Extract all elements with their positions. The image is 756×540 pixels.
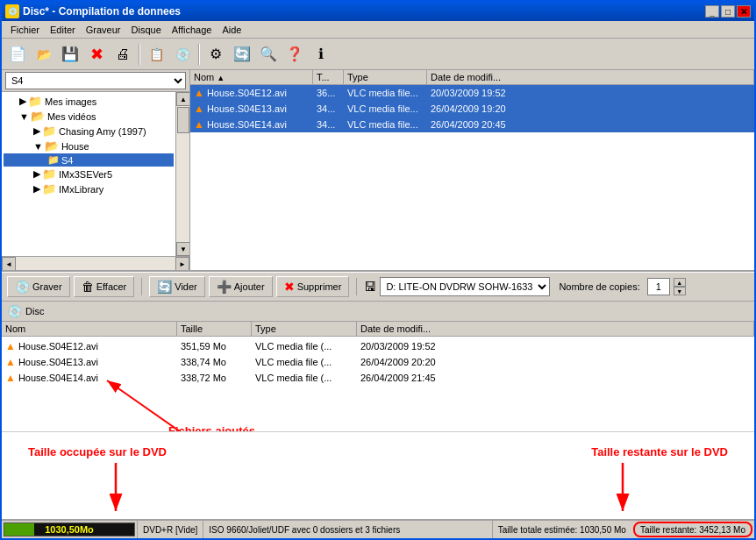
burn-name: ▲ House.S04E14.avi [2, 371, 177, 385]
burn-col-taille[interactable]: Taille [177, 322, 252, 336]
folder-expand-icon: ▼ [33, 141, 43, 152]
svg-line-1 [107, 380, 195, 431]
burn-col-date[interactable]: Date de modifi... [357, 322, 754, 336]
top-panel: S4 ▶ 📁 Mes images ▼ [2, 70, 754, 272]
burn-col-nom[interactable]: Nom [2, 322, 177, 336]
copies-input[interactable] [647, 278, 670, 295]
tree-item-label: IMxLibrary [59, 184, 103, 195]
tb-refresh[interactable]: 🔄 [230, 42, 254, 67]
burn-row-s04e12[interactable]: ▲ House.S04E12.avi 351,59 Mo VLC media f… [2, 338, 754, 354]
burn-list-header: Nom Taille Type Date de modifi... [2, 322, 754, 337]
status-disc-type: DVD+R [Vide] [137, 521, 203, 538]
menu-graveur[interactable]: Graveur [81, 23, 126, 37]
vider-button[interactable]: 🔄 Vider [149, 276, 204, 297]
col-header-taille[interactable]: T... [313, 70, 344, 84]
tree-scrollbar[interactable]: ▲ ▼ [175, 92, 189, 256]
tree-item-chasing-amy[interactable]: ▶ 📁 Chasing Amy (1997) [4, 124, 174, 139]
tb-new[interactable]: 📄 [5, 42, 30, 67]
maximize-button[interactable]: □ [721, 5, 735, 18]
supprimer-label: Supprimer [297, 281, 342, 292]
vlc-icon: ▲ [194, 103, 204, 115]
file-row-s04e14[interactable]: ▲ House.S04E14.avi 34... VLC media file.… [190, 117, 754, 132]
toolbar: 📄 📂 💾 ✖ 🖨 📋 💿 ⚙ 🔄 🔍 ❓ ℹ [2, 39, 754, 70]
menu-fichier[interactable]: Fichier [5, 23, 45, 37]
burn-col-type[interactable]: Type [252, 322, 357, 336]
tb-settings[interactable]: ⚙ [203, 42, 228, 67]
scroll-down-arrow[interactable]: ▼ [176, 242, 189, 256]
burn-type: VLC media file (... [252, 372, 357, 384]
tree-panel: S4 ▶ 📁 Mes images ▼ [2, 70, 190, 270]
burn-type: VLC media file (... [252, 340, 357, 352]
bottom-burn-panel: 💿 Disc Nom Taille Type Date de modifi...… [2, 302, 754, 431]
tree-item-label: S4 [61, 155, 73, 166]
action-bar: 💿 Graver 🗑 Effacer 🔄 Vider ➕ Ajouter ✖ S… [2, 272, 754, 302]
folder-open-icon: 📂 [31, 110, 45, 123]
burn-size: 338,74 Mo [177, 356, 252, 368]
spin-up[interactable]: ▲ [674, 278, 686, 287]
ajouter-button[interactable]: ➕ Ajouter [209, 276, 273, 297]
vider-label: Vider [175, 281, 196, 292]
tree-item-label: Chasing Amy (1997) [59, 126, 146, 137]
tb-info[interactable]: ℹ [309, 42, 333, 67]
close-button[interactable]: ✕ [737, 5, 751, 18]
graver-button[interactable]: 💿 Graver [7, 276, 70, 297]
toolbar-separator-1 [139, 44, 140, 65]
vider-icon: 🔄 [157, 280, 172, 294]
scroll-track[interactable] [176, 106, 189, 242]
main-area: S4 ▶ 📁 Mes images ▼ [2, 70, 754, 519]
tree-item-imx3sever5[interactable]: ▶ 📁 IMx3SEVer5 [4, 167, 174, 181]
tb-help[interactable]: ❓ [282, 42, 307, 67]
annotation-area: Taille occupée sur le DVD Taille restant… [2, 431, 754, 519]
tb-print[interactable]: 🖨 [111, 42, 135, 67]
window-title: Disc* - Compilation de donnees [23, 5, 705, 18]
scroll-right-arrow[interactable]: ► [175, 257, 189, 270]
spin-down[interactable]: ▼ [674, 287, 686, 295]
burn-row-s04e13[interactable]: ▲ House.S04E13.avi 338,74 Mo VLC media f… [2, 354, 754, 370]
tree-scroll[interactable]: ▶ 📁 Mes images ▼ 📂 Mes vidéos ▶ [2, 92, 175, 256]
tree-item-mes-images[interactable]: ▶ 📁 Mes images [4, 94, 174, 109]
vlc-icon: ▲ [5, 340, 16, 352]
col-header-type[interactable]: Type [344, 70, 427, 84]
folder-expand-icon: ▶ [33, 125, 40, 137]
tree-header: S4 [2, 70, 189, 92]
tree-item-s4[interactable]: 📁 S4 [4, 153, 174, 167]
col-header-date[interactable]: Date de modifi... [427, 70, 754, 84]
hscroll-track[interactable] [16, 257, 175, 270]
file-name-cell: ▲ House.S04E14.avi [190, 117, 313, 131]
burn-size: 351,59 Mo [177, 340, 252, 352]
tb-save[interactable]: 💾 [58, 42, 82, 67]
supprimer-button[interactable]: ✖ Supprimer [276, 276, 350, 297]
col-header-nom[interactable]: Nom ▲ [190, 70, 313, 84]
burn-row-s04e14[interactable]: ▲ House.S04E14.avi 338,72 Mo VLC media f… [2, 370, 754, 386]
ajouter-icon: ➕ [217, 280, 232, 294]
scroll-thumb[interactable] [177, 107, 189, 133]
minimize-button[interactable]: _ [705, 5, 719, 18]
tb-copy[interactable]: 📋 [144, 42, 168, 67]
tb-search[interactable]: 🔍 [256, 42, 281, 67]
burn-list[interactable]: ▲ House.S04E12.avi 351,59 Mo VLC media f… [2, 337, 754, 387]
tb-delete[interactable]: ✖ [84, 42, 109, 67]
scroll-left-arrow[interactable]: ◄ [2, 257, 16, 270]
tree-item-imxlibrary[interactable]: ▶ 📁 IMxLibrary [4, 181, 174, 196]
file-row-s04e12[interactable]: ▲ House.S04E12.avi 36... VLC media file.… [190, 85, 754, 101]
tb-open[interactable]: 📂 [32, 42, 56, 67]
graver-icon: 💿 [15, 280, 30, 294]
menu-disque[interactable]: Disque [126, 23, 167, 37]
copies-spinner[interactable]: ▲ ▼ [674, 278, 686, 295]
drive-select[interactable]: D: LITE-ON DVDRW SOHW-1633 [380, 277, 550, 296]
menu-editer[interactable]: Editer [45, 23, 81, 37]
menu-affichage[interactable]: Affichage [167, 23, 218, 37]
tree-item-house[interactable]: ▼ 📂 House [4, 139, 174, 153]
effacer-button[interactable]: 🗑 Effacer [74, 276, 135, 297]
menu-aide[interactable]: Aide [217, 23, 246, 37]
vlc-icon: ▲ [194, 118, 204, 131]
file-row-s04e13[interactable]: ▲ House.S04E13.avi 34... VLC media file.… [190, 101, 754, 117]
folder-dropdown[interactable]: S4 [5, 72, 186, 89]
tree-hscrollbar[interactable]: ◄ ► [2, 256, 189, 270]
scroll-up-arrow[interactable]: ▲ [176, 92, 189, 106]
folder-expand-icon: ▼ [19, 111, 29, 122]
burn-name: ▲ House.S04E13.avi [2, 355, 177, 369]
tree-item-mes-videos[interactable]: ▼ 📂 Mes vidéos [4, 109, 174, 124]
file-list[interactable]: ▲ House.S04E12.avi 36... VLC media file.… [190, 85, 754, 270]
tb-burn[interactable]: 💿 [170, 42, 195, 67]
